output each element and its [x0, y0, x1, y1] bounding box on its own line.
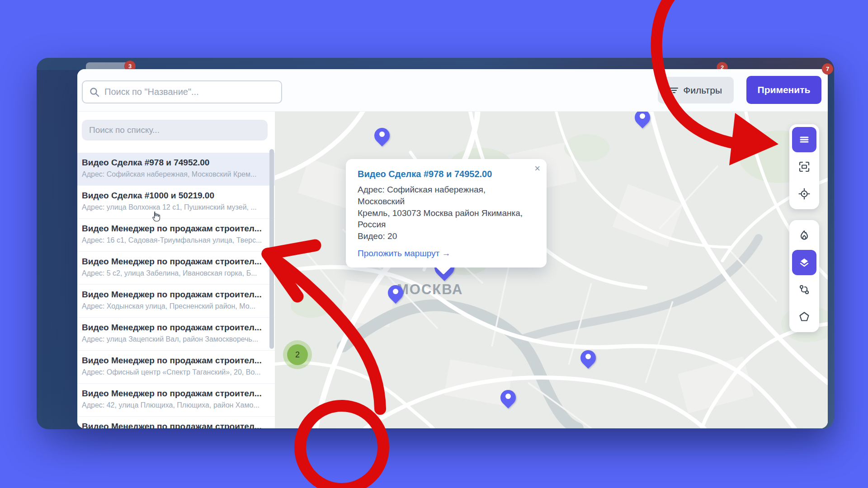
- list-item[interactable]: Видео Менеджер по продажам строител... А…: [77, 384, 275, 417]
- map-toolbar-bottom: [789, 220, 819, 332]
- popup-address: Адрес: Софийская набережная, Московский: [358, 184, 535, 207]
- map-canvas[interactable]: МОСКВА 2 × Видео Сделка #978 и 74952.00 …: [275, 112, 828, 428]
- menu-icon: [798, 134, 810, 145]
- layers-button[interactable]: [792, 250, 816, 275]
- map-toolbar-top: [789, 124, 819, 209]
- menu-button[interactable]: [792, 127, 816, 152]
- search-placeholder: Поиск по "Название"...: [104, 87, 199, 97]
- route-icon: [798, 284, 810, 296]
- fullscreen-icon: [798, 161, 810, 173]
- dialog-header: Поиск по "Название"... Фильтры Применить: [77, 69, 828, 112]
- list-item[interactable]: Видео Менеджер по продажам строител... А…: [77, 318, 275, 351]
- popup-title[interactable]: Видео Сделка #978 и 74952.00: [358, 169, 535, 179]
- marker-cluster[interactable]: 2: [283, 340, 312, 369]
- search-input[interactable]: Поиск по "Название"...: [82, 80, 282, 103]
- list-item[interactable]: Видео Менеджер по продажам строител... А…: [77, 219, 275, 252]
- locate-icon: [798, 188, 810, 200]
- hand-cursor-icon: [150, 211, 161, 222]
- polygon-button[interactable]: [792, 304, 816, 329]
- search-icon: [89, 87, 100, 98]
- list-item[interactable]: Видео Сделка #978 и 74952.00 Адрес: Софи…: [77, 153, 275, 186]
- map-pin[interactable]: [580, 350, 596, 366]
- map-pin[interactable]: [635, 112, 650, 125]
- deals-list-panel: Поиск по списку... Видео Сделка #978 и 7…: [77, 112, 275, 428]
- heatmap-flame-icon: [798, 230, 810, 241]
- list-item[interactable]: Видео Сделка #1000 и 50219.00 Адрес: ули…: [77, 186, 275, 219]
- background-window-topbar: [37, 58, 834, 70]
- fullscreen-button[interactable]: [792, 154, 816, 179]
- list-item[interactable]: Видео Менеджер по продажам строител... А…: [77, 285, 275, 318]
- popup-close-icon[interactable]: ×: [534, 163, 540, 174]
- filters-button[interactable]: Фильтры: [658, 77, 734, 103]
- polygon-icon: [798, 311, 810, 323]
- filter-icon: [670, 86, 679, 95]
- locate-button[interactable]: [792, 181, 816, 206]
- apply-button[interactable]: Применить: [746, 76, 821, 104]
- popup-video-count: Видео: 20: [358, 230, 535, 242]
- deals-list: Видео Сделка #978 и 74952.00 Адрес: Софи…: [77, 153, 275, 428]
- map-popup: × Видео Сделка #978 и 74952.00 Адрес: Со…: [346, 159, 547, 267]
- list-item[interactable]: Видео Менеджер по продажам строител... А…: [77, 252, 275, 285]
- list-item[interactable]: Видео Менеджер по продажам строител...: [77, 417, 275, 428]
- layers-icon: [798, 257, 810, 268]
- city-label: МОСКВА: [397, 282, 463, 298]
- heatmap-button[interactable]: [792, 223, 816, 248]
- list-search-placeholder: Поиск по списку...: [89, 125, 160, 135]
- list-scrollbar[interactable]: [269, 149, 274, 349]
- map-pin[interactable]: [374, 128, 390, 143]
- map-dialog: Поиск по "Название"... Фильтры Применить…: [77, 69, 828, 428]
- map-pin[interactable]: [388, 285, 403, 300]
- notification-badge: 7: [822, 63, 833, 75]
- route-button[interactable]: [792, 277, 816, 302]
- list-search-input[interactable]: Поиск по списку...: [82, 120, 268, 141]
- cluster-count: 2: [287, 344, 308, 365]
- list-item[interactable]: Видео Менеджер по продажам строител... А…: [77, 351, 275, 384]
- route-link[interactable]: Проложить маршрут →: [358, 249, 451, 258]
- map-pin[interactable]: [500, 390, 516, 405]
